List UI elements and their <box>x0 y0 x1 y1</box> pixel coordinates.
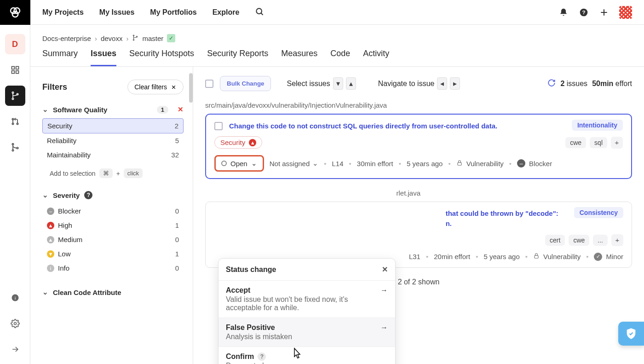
select-up-button[interactable]: ▴ <box>346 77 356 90</box>
scrollbar-thumb[interactable] <box>189 73 193 103</box>
tab-activity[interactable]: Activity <box>363 49 389 66</box>
tab-security-reports[interactable]: Security Reports <box>207 49 268 66</box>
tag-cwe[interactable]: cwe <box>569 235 589 246</box>
org-tile[interactable]: D <box>5 34 25 54</box>
help-icon[interactable]: ? <box>258 352 266 361</box>
facet-title-software-quality[interactable]: ⌄ Software Quality 1 ✕ <box>42 105 184 114</box>
plus-icon[interactable] <box>599 7 609 17</box>
tag-cert[interactable]: cert <box>545 235 565 246</box>
bulk-change-button[interactable]: Bulk Change <box>220 76 271 91</box>
facet-item-label: Blocker <box>58 207 81 215</box>
crumb-project[interactable]: devoxx <box>101 35 123 42</box>
rail-branch-icon[interactable] <box>5 86 25 106</box>
clear-filters-button[interactable]: Clear filters <box>127 80 184 94</box>
rail-pull-icon[interactable] <box>5 111 25 132</box>
rail-expand-icon[interactable] <box>5 339 25 359</box>
nav-prev-button[interactable]: ◂ <box>437 77 447 90</box>
attribute-pill: Intentionality <box>572 120 623 131</box>
severity-info-icon: i <box>47 265 54 272</box>
facet-sev-blocker[interactable]: –Blocker 0 <box>42 204 184 218</box>
issue-card[interactable]: that could be thrown by "decode": n. Con… <box>205 202 632 268</box>
facet-sev-low[interactable]: ▼Low 1 <box>42 247 184 261</box>
close-icon[interactable]: ✕ <box>382 265 388 274</box>
facet-item-count: 0 <box>175 236 179 243</box>
bell-icon[interactable] <box>558 7 569 17</box>
option-title: False Positive <box>226 324 376 332</box>
clear-filters-label: Clear filters <box>134 83 167 91</box>
app-logo[interactable] <box>0 0 30 25</box>
crumb-branch[interactable]: master <box>142 35 163 42</box>
nav-my-issues[interactable]: My Issues <box>99 8 134 17</box>
rail-info-icon[interactable]: i <box>5 288 25 308</box>
avatar[interactable] <box>619 6 632 19</box>
help-icon[interactable]: ? <box>579 7 589 17</box>
facet-sev-medium[interactable]: ▲Medium 0 <box>42 232 184 247</box>
status-option-false-positive[interactable]: False Positive Analysis is mistaken → <box>218 318 395 347</box>
facet-title-severity[interactable]: ⌄ Severity ? <box>42 191 184 199</box>
facet-clear-icon[interactable]: ✕ <box>178 105 184 114</box>
issue-severity: – Blocker <box>517 159 552 168</box>
nav-my-projects[interactable]: My Projects <box>42 8 84 17</box>
facet-sev-info[interactable]: iInfo 0 <box>42 261 184 275</box>
file-path: rlet.java <box>205 189 632 197</box>
rail-apps-icon[interactable] <box>5 60 25 80</box>
nav-explore[interactable]: Explore <box>213 8 240 17</box>
help-icon[interactable]: ? <box>84 191 92 199</box>
issue-card[interactable]: Change this code to not construct SQL qu… <box>205 114 632 179</box>
status-change-popover: Status change ✕ Accept Valid issue but w… <box>218 258 396 364</box>
status-option-accept[interactable]: Accept Valid issue but won't be fixed no… <box>218 281 395 318</box>
status-option-confirm[interactable]: Confirm ? Deprecated <box>218 347 395 364</box>
facet-hint: Add to selection ⌘ + click <box>42 168 184 178</box>
facet-title-clean-code[interactable]: ⌄ Clean Code Attribute <box>42 288 184 296</box>
tag-cwe[interactable]: cwe <box>565 137 586 148</box>
tab-summary[interactable]: Summary <box>42 49 78 66</box>
attribute-pill: Consistency <box>574 207 623 218</box>
arrow-right-icon: → <box>380 286 388 295</box>
issue-checkbox[interactable] <box>214 122 223 130</box>
facet-label: Clean Code Attribute <box>53 289 121 296</box>
issue-title[interactable]: Change this code to not construct SQL qu… <box>229 121 497 131</box>
facet-maintainability[interactable]: Maintainability 32 <box>42 148 184 162</box>
severity-low-icon: ▼ <box>47 250 54 258</box>
option-title: Accept <box>226 286 376 295</box>
navigate-issue-label: Navigate to issue <box>378 80 435 88</box>
nav-next-button[interactable]: ▸ <box>450 77 460 90</box>
facet-item-label: High <box>58 221 72 229</box>
select-all-checkbox[interactable] <box>205 80 213 88</box>
issues-count: 2 <box>560 80 564 87</box>
nav-my-portfolios[interactable]: My Portfolios <box>150 8 196 17</box>
severity-high-icon: ▲ <box>47 222 54 229</box>
refresh-icon[interactable] <box>547 79 556 89</box>
rail-merge-icon[interactable] <box>5 137 25 157</box>
tab-security-hotspots[interactable]: Security Hotspots <box>129 49 194 66</box>
svg-point-13 <box>12 144 13 145</box>
chevron-right-icon: › <box>126 35 128 42</box>
tab-code[interactable]: Code <box>330 49 350 66</box>
crumb-org[interactable]: Docs-enterprise <box>42 35 91 42</box>
svg-point-2 <box>12 12 18 17</box>
branch-icon <box>132 35 138 42</box>
facet-severity: ⌄ Severity ? –Blocker 0 ▲High 1 ▲Medium … <box>42 191 184 275</box>
tag-sql[interactable]: sql <box>590 137 607 148</box>
facet-sev-high[interactable]: ▲High 1 <box>42 218 184 232</box>
assignee-dropdown[interactable]: Not assigned ⌄ <box>270 159 319 168</box>
select-down-button[interactable]: ▾ <box>333 77 343 90</box>
add-tag-button[interactable]: + <box>611 234 623 246</box>
rail-settings-icon[interactable] <box>5 313 25 334</box>
facet-reliability[interactable]: Reliability 5 <box>42 133 184 148</box>
tab-measures[interactable]: Measures <box>281 49 317 66</box>
tab-issues[interactable]: Issues <box>91 49 116 66</box>
status-dropdown[interactable]: Open ⌄ <box>214 155 264 172</box>
add-tag-button[interactable]: + <box>611 137 623 149</box>
facet-software-quality: ⌄ Software Quality 1 ✕ Security 2 Reliab… <box>42 105 184 178</box>
facet-item-label: Info <box>58 264 69 272</box>
search-icon[interactable] <box>255 7 264 18</box>
facet-item-count: 0 <box>175 207 179 215</box>
shield-fab[interactable] <box>618 322 644 346</box>
issue-title-partial[interactable]: that could be thrown by "decode": <box>446 208 558 219</box>
svg-point-14 <box>12 150 13 151</box>
svg-point-12 <box>17 123 18 124</box>
facet-security[interactable]: Security 2 <box>42 118 184 133</box>
tag-more[interactable]: ... <box>593 235 608 246</box>
severity-minor-icon: ✓ <box>594 253 602 261</box>
